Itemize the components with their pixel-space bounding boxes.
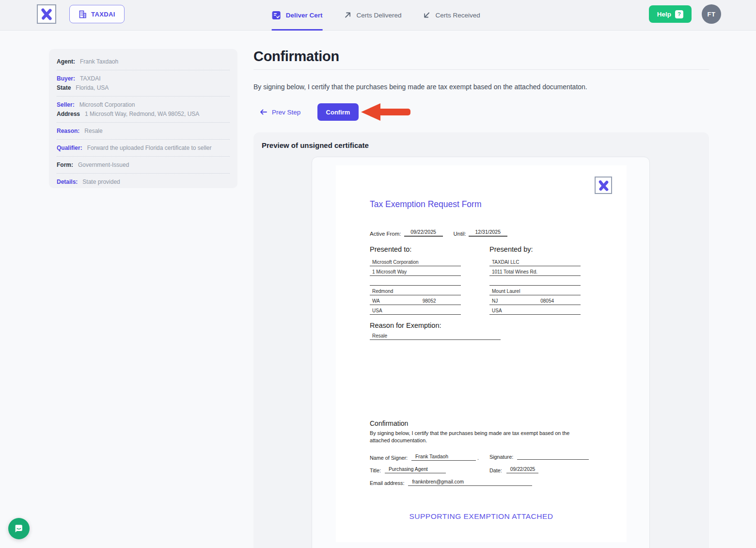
signature-field (517, 458, 589, 460)
signer-email-row: Email address: franknbren@gmail.com (370, 479, 593, 488)
email-label: Email address: (370, 480, 404, 486)
signature-label: Signature: (489, 454, 513, 460)
document-confirmation-body: By signing below, I certify that the pur… (370, 430, 577, 444)
presented-to-company-field: Microsoft Corporation (370, 257, 461, 266)
preview-heading: Preview of unsigned certificate (262, 141, 369, 149)
signer-title-row: Title: Purchasing Agent Date: 09/22/2025 (370, 467, 593, 475)
presented-by-zip: 08054 (540, 298, 554, 304)
presented-to-zip: 98052 (423, 298, 436, 304)
state-label: State (57, 84, 71, 92)
reason-for-exemption-heading: Reason for Exemption: (370, 322, 441, 329)
chat-bubble-icon (14, 523, 24, 534)
red-arrow-annotation (361, 103, 411, 121)
form-label: Form: (57, 161, 73, 169)
app-logo[interactable] (37, 4, 56, 24)
summary-row-form: Form: Government-Issued (57, 161, 230, 170)
summary-row-seller-address: Address 1 Microsoft Way, Redmond, WA 980… (57, 110, 230, 119)
main-content: Confirmation By signing below, I certify… (253, 0, 709, 548)
document-title: Tax Exemption Request Form (370, 199, 482, 210)
building-icon (79, 10, 87, 18)
address-label: Address (57, 111, 80, 118)
dotted-divider (57, 122, 230, 123)
prev-step-label: Prev Step (272, 109, 300, 116)
presented-by-company-field: TAXDAI LLC (489, 257, 581, 266)
dotted-divider (57, 156, 230, 157)
signer-name-row: Name of Signer: Frank Taxdaoh . Signatur… (370, 454, 593, 463)
dotted-divider (57, 96, 230, 97)
dotted-divider (57, 139, 230, 140)
reason-field: Resale (370, 331, 501, 340)
qualifier-label: Qualifier: (57, 145, 82, 152)
qualifier-value: Forward the uploaded Florida certificate… (87, 145, 212, 152)
reason-value: Resale (84, 128, 102, 135)
active-from-field: 09/22/2025 (404, 229, 443, 237)
address-value: 1 Microsoft Way, Redmond, WA 98052, USA (85, 111, 199, 118)
presented-to-state: WA (372, 298, 380, 304)
summary-row-details: Details: State provided (57, 177, 230, 187)
buyer-value: TAXDAI (80, 75, 100, 82)
agent-value: Frank Taxdaoh (80, 58, 118, 65)
date-label: Date: (489, 467, 502, 473)
state-value: Florida, USA (76, 84, 109, 92)
certificate-card: Tax Exemption Request Form Active From: … (312, 157, 650, 548)
document-confirmation-heading: Confirmation (370, 419, 408, 427)
presented-by-street-field: 1011 Total Wines Rd. (489, 266, 581, 276)
signer-name-label: Name of Signer: (370, 455, 408, 461)
until-label: Until: (454, 231, 466, 237)
until-field: 12/31/2025 (469, 229, 507, 237)
details-value: State provided (82, 178, 120, 186)
active-from-label: Active From: (370, 231, 401, 237)
org-name-label: TAXDAI (91, 11, 115, 18)
summary-row-qualifier: Qualifier: Forward the uploaded Florida … (57, 144, 230, 153)
signer-name-period: . (477, 455, 479, 461)
date-field: 09/22/2025 (506, 467, 538, 473)
summary-row-buyer: Buyer: TAXDAI (57, 74, 230, 83)
org-switcher-button[interactable]: TAXDAI (69, 5, 125, 23)
email-field: franknbren@gmail.com (408, 479, 532, 486)
dotted-divider (57, 173, 230, 174)
presented-by-state-zip-field: NJ 08054 (489, 295, 581, 305)
presented-by-heading: Presented by: (489, 245, 581, 253)
seller-label: Seller: (57, 101, 75, 109)
active-dates-row: Active From: 09/22/2025 Until: 12/31/202… (370, 229, 507, 237)
confirm-button[interactable]: Confirm (317, 103, 359, 121)
seller-value: Microsoft Corporation (79, 101, 135, 109)
presented-to-country-field: USA (370, 305, 461, 315)
details-label: Details: (57, 178, 78, 186)
document-logo (595, 177, 612, 194)
blank-field-line (370, 276, 461, 286)
title-field: Purchasing Agent (385, 467, 446, 473)
presented-to-street-field: 1 Microsoft Way (370, 266, 461, 276)
summary-row-buyer-state: State Florida, USA (57, 83, 230, 93)
presented-by-city-field: Mount Laurel (489, 286, 581, 295)
prev-step-link[interactable]: Prev Step (259, 103, 300, 121)
title-divider (253, 69, 709, 70)
presented-by-state: NJ (492, 298, 498, 304)
summary-row-agent: Agent: Frank Taxdaoh (57, 57, 230, 66)
agent-label: Agent: (57, 58, 75, 65)
title-label: Title: (370, 467, 381, 473)
preview-panel: Preview of unsigned certificate Tax Exem… (253, 132, 709, 548)
x-logo-icon (597, 179, 610, 192)
chat-launcher-button[interactable] (8, 518, 30, 539)
form-value: Government-Issued (78, 161, 129, 169)
summary-row-seller: Seller: Microsoft Corporation (57, 100, 230, 110)
summary-row-reason: Reason: Resale (57, 127, 230, 136)
presented-by-country-field: USA (489, 305, 581, 315)
certificate-document: Tax Exemption Request Form Active From: … (336, 165, 627, 542)
presented-to-city-field: Redmond (370, 286, 461, 295)
arrow-left-icon (259, 109, 268, 115)
signer-name-field: Frank Taxdaoh (411, 454, 476, 461)
presented-to-heading: Presented to: (370, 245, 461, 253)
page-title: Confirmation (253, 48, 339, 64)
blank-field-line (489, 276, 581, 286)
dotted-divider (57, 70, 230, 70)
x-logo-icon (39, 7, 54, 21)
reason-label: Reason: (57, 128, 79, 135)
buyer-label: Buyer: (57, 75, 75, 82)
presented-to-column: Presented to: Microsoft Corporation 1 Mi… (370, 245, 461, 315)
supporting-exemption-footer: SUPPORTING EXEMPTION ATTACHED (336, 512, 627, 521)
certify-text: By signing below, I certify that the pur… (253, 83, 587, 91)
presented-to-state-zip-field: WA 98052 (370, 295, 461, 305)
summary-panel: Agent: Frank Taxdaoh Buyer: TAXDAI State… (49, 49, 237, 188)
